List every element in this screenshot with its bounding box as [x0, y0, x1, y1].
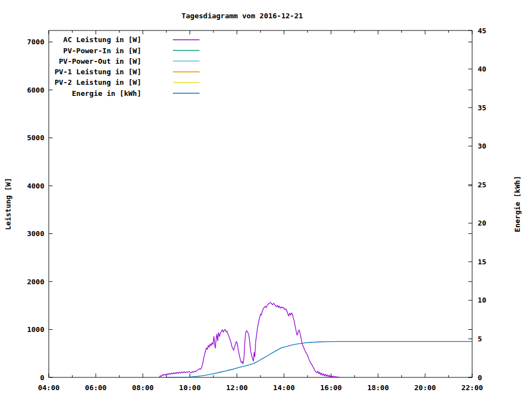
- legend-label-ac-leistung-in-w: AC Leistung in [W]: [63, 35, 141, 44]
- y-left-tick-label: 4000: [27, 182, 44, 190]
- y-right-tick-label: 25: [478, 181, 487, 189]
- chart-canvas: Tagesdiagramm vom 2016-12-21 Leistung [W…: [0, 0, 532, 399]
- y-left-tick-label: 1000: [27, 325, 44, 334]
- legend-label-pv-2-leistung-in-w: PV-2 Leistung in [W]: [54, 78, 141, 86]
- y-right-tick-label: 35: [478, 104, 487, 112]
- y-right-tick-label: 5: [478, 335, 482, 343]
- x-tick-label: 04:00: [38, 383, 59, 392]
- x-tick-label: 10:00: [179, 383, 201, 392]
- plot-area: 04:0006:0008:0010:0012:0014:0016:0018:00…: [0, 0, 532, 399]
- x-tick-label: 22:00: [461, 383, 483, 392]
- y-left-tick-label: 5000: [27, 134, 44, 142]
- series-line-energie-in-kwh: [166, 341, 472, 377]
- y-right-tick-label: 40: [478, 65, 487, 73]
- y-right-tick-label: 45: [478, 27, 487, 35]
- x-tick-label: 12:00: [226, 383, 248, 392]
- y-right-tick-label: 30: [478, 142, 487, 150]
- y-right-tick-label: 0: [478, 374, 482, 382]
- y-right-tick-label: 20: [478, 219, 487, 227]
- y-left-tick-label: 2000: [27, 278, 44, 286]
- y-right-tick-label: 15: [478, 258, 487, 266]
- x-tick-label: 14:00: [273, 383, 295, 392]
- y-right-tick-label: 10: [478, 296, 487, 304]
- y-left-tick-label: 0: [40, 374, 44, 382]
- legend-label-pv-power-in-in-w: PV-Power-In in [W]: [63, 47, 141, 55]
- y-left-tick-label: 7000: [27, 38, 44, 46]
- y-left-tick-label: 3000: [27, 229, 44, 238]
- x-tick-label: 20:00: [415, 383, 436, 392]
- legend-label-pv-power-out-in-w: PV-Power-Out in [W]: [59, 57, 141, 65]
- y-left-tick-label: 6000: [27, 86, 44, 94]
- x-tick-label: 08:00: [132, 383, 154, 392]
- legend-label-energie-in-kwh: Energie in [kWh]: [72, 89, 141, 98]
- x-tick-label: 18:00: [367, 383, 389, 392]
- x-tick-label: 16:00: [320, 383, 342, 392]
- series-line-ac-leistung-in-w: [160, 303, 340, 377]
- legend-label-pv-1-leistung-in-w: PV-1 Leistung in [W]: [54, 68, 141, 76]
- x-tick-label: 06:00: [85, 383, 106, 392]
